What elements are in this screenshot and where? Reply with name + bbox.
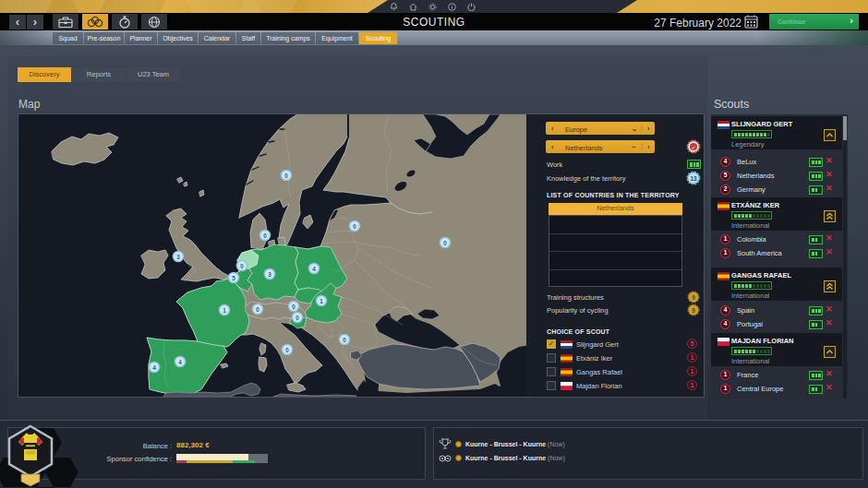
- svg-text:0: 0: [263, 232, 267, 239]
- svg-text:0: 0: [353, 223, 356, 230]
- svg-text:3: 3: [268, 271, 271, 278]
- svg-text:0: 0: [292, 304, 295, 310]
- svg-text:0: 0: [343, 337, 346, 343]
- svg-text:9: 9: [692, 307, 695, 314]
- svg-text:0: 0: [256, 306, 259, 313]
- svg-text:0: 0: [285, 347, 289, 353]
- svg-text:0: 0: [284, 173, 288, 179]
- svg-text:0: 0: [295, 315, 299, 321]
- svg-text:5: 5: [232, 275, 235, 281]
- svg-text:13: 13: [690, 175, 697, 182]
- svg-text:0: 0: [240, 263, 244, 269]
- svg-text:3: 3: [176, 254, 180, 260]
- svg-text:✓: ✓: [691, 145, 695, 150]
- svg-text:9: 9: [692, 294, 695, 301]
- svg-text:0: 0: [443, 240, 447, 246]
- svg-text:4: 4: [178, 359, 182, 365]
- svg-text:4: 4: [152, 364, 156, 371]
- svg-text:4: 4: [312, 266, 316, 272]
- svg-text:1: 1: [319, 298, 323, 304]
- svg-text:1: 1: [223, 307, 226, 314]
